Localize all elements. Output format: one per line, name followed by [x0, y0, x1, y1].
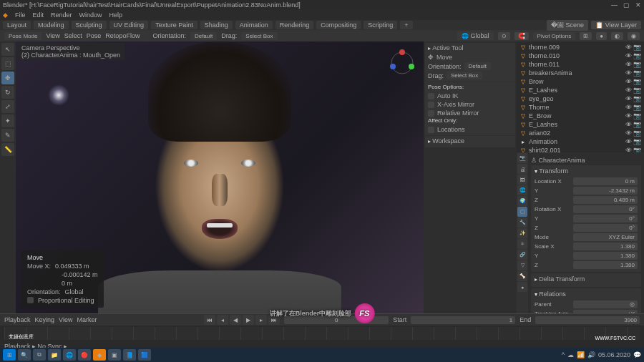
outliner-item[interactable]: ▽eye_geo👁📷 — [518, 94, 643, 103]
loc-z[interactable]: 0.489 m — [573, 196, 638, 204]
np-drag-dd[interactable]: Select Box — [447, 72, 482, 79]
prop-tab-viewlayer-icon[interactable]: 🖼 — [517, 175, 527, 185]
eye-icon[interactable]: 👁 — [625, 104, 632, 111]
eye-icon[interactable]: 👁 — [625, 112, 632, 119]
render-icon[interactable]: 📷 — [633, 52, 641, 59]
search-icon[interactable]: 🔍 — [18, 349, 31, 361]
prop-tab-physics-icon[interactable]: ⚛ — [517, 239, 527, 249]
maximize-icon[interactable]: ▢ — [623, 1, 630, 9]
mode-dropdown[interactable]: Pose Mode — [4, 32, 42, 40]
rotate-tool-icon[interactable]: ↻ — [1, 86, 14, 99]
outliner-item[interactable]: ▽Brow👁📷 — [518, 77, 643, 86]
tl-view-menu[interactable]: View — [59, 316, 72, 323]
tab-shading[interactable]: Shading — [200, 21, 233, 29]
pose-menu[interactable]: Pose — [87, 32, 102, 39]
render-icon[interactable]: 📷 — [633, 44, 641, 51]
key-prev-icon[interactable]: ◂ — [217, 315, 228, 325]
play-rev-icon[interactable]: ◀ — [230, 315, 241, 325]
snap-icon[interactable]: 🧲 — [514, 32, 529, 40]
menu-edit[interactable]: Edit — [33, 11, 44, 19]
edge-icon[interactable]: 🌐 — [63, 349, 76, 361]
play-icon[interactable]: ▶ — [243, 315, 254, 325]
menu-window[interactable]: Window — [79, 11, 102, 19]
playback-menu[interactable]: Playback — [4, 316, 31, 323]
taskview-icon[interactable]: ⧉ — [33, 349, 46, 361]
prop-tab-render-icon[interactable]: 📷 — [517, 153, 527, 163]
outliner[interactable]: ▽thorne.009👁📷▽thorne.010👁📷▽thorne.011👁📷▽… — [517, 41, 644, 152]
drag-dropdown[interactable]: Select Box — [241, 32, 277, 40]
prop-tab-output-icon[interactable]: 🖨 — [517, 164, 527, 174]
render-icon[interactable]: 📷 — [633, 129, 641, 137]
tab-scripting[interactable]: Scripting — [364, 21, 397, 29]
outliner-item[interactable]: ▽E_Lashes👁📷 — [518, 86, 643, 94]
eye-icon[interactable]: 👁 — [625, 95, 632, 102]
shading-matcap-icon[interactable]: ◐ — [611, 32, 623, 40]
outliner-item[interactable]: ▽breakersAnima👁📷 — [518, 69, 643, 77]
retopoflow-menu[interactable]: RetopoFlow — [105, 32, 140, 39]
outliner-item[interactable]: ▽thorne.009👁📷 — [518, 43, 643, 52]
eye-icon[interactable]: 👁 — [625, 87, 632, 94]
rot-z[interactable]: 0° — [573, 224, 638, 232]
prop-tab-bone-icon[interactable]: 🦴 — [517, 271, 527, 281]
transform-tool-icon[interactable]: ✦ — [1, 114, 14, 127]
transform-orient[interactable]: 🌐 Global — [457, 31, 493, 40]
tray-wifi-icon[interactable]: 📶 — [577, 351, 585, 358]
tab-add[interactable]: + — [400, 21, 412, 29]
eye-icon[interactable]: 👁 — [625, 69, 632, 77]
viewlayer-selector[interactable]: 📋 View Layer — [591, 21, 641, 29]
render-icon[interactable]: 📷 — [633, 95, 641, 102]
start-icon[interactable]: ⊞ — [3, 349, 16, 361]
explorer-icon[interactable]: 📁 — [48, 349, 61, 361]
app3-icon[interactable]: 🟦 — [138, 349, 151, 361]
outliner-item[interactable]: ▽Thorne👁📷 — [518, 103, 643, 112]
tray-cloud-icon[interactable]: ☁ — [567, 351, 574, 358]
workspace-title[interactable]: ▸ Workspace — [428, 137, 512, 145]
autoik-checkbox[interactable] — [428, 93, 434, 99]
outliner-item[interactable]: ▽E_Lashes👁📷 — [518, 120, 643, 129]
orientation-dropdown[interactable]: Default — [190, 32, 217, 40]
render-icon[interactable]: 📷 — [633, 121, 641, 128]
outliner-item[interactable]: ▽shirt02.001👁📷 — [518, 146, 643, 152]
render-icon[interactable]: 📷 — [633, 104, 641, 111]
outliner-item[interactable]: ▽arian02👁📷 — [518, 129, 643, 137]
tab-uv[interactable]: UV Editing — [109, 21, 149, 29]
pivot-icon[interactable]: ⊙ — [498, 32, 510, 40]
scale-z[interactable]: 1.380 — [573, 261, 638, 269]
close-icon[interactable]: ✕ — [635, 1, 641, 9]
scene-selector[interactable]: �園 Scene — [547, 20, 588, 31]
transform-title[interactable]: ▾ Transform — [535, 167, 638, 175]
orient-value[interactable]: Global — [65, 288, 84, 295]
xmirror-checkbox[interactable] — [428, 102, 434, 108]
view-menu[interactable]: View — [46, 32, 59, 39]
tab-animation[interactable]: Animation — [235, 21, 273, 29]
tray-notif-icon[interactable]: 💬 — [633, 351, 641, 358]
prop-edit-checkbox[interactable] — [27, 297, 34, 303]
timeline-track[interactable] — [4, 327, 640, 340]
outliner-item[interactable]: ▽thorne.010👁📷 — [518, 52, 643, 60]
eye-icon[interactable]: 👁 — [625, 52, 632, 59]
blender-taskbar-icon[interactable]: ◆ — [93, 349, 106, 361]
outliner-item[interactable]: ▽thorne.011👁📷 — [518, 60, 643, 69]
movez-value[interactable]: 0 m — [62, 280, 72, 287]
tray-date[interactable]: 05.06.2020 — [598, 351, 630, 358]
measure-tool-icon[interactable]: 📏 — [1, 143, 14, 156]
locations-checkbox[interactable] — [428, 127, 434, 133]
scale-x[interactable]: 1.380 — [573, 243, 638, 250]
tab-texture[interactable]: Texture Paint — [151, 21, 197, 29]
cursor-tool-icon[interactable]: ↖ — [1, 43, 14, 56]
loc-y[interactable]: -2.3432 m — [573, 187, 638, 195]
move-tool-icon[interactable]: ✥ — [1, 72, 14, 84]
prop-tab-scene-icon[interactable]: 🌐 — [517, 185, 527, 195]
operator-panel[interactable]: Move Move X:0.049333 m -0.000142 m 0 m O… — [21, 250, 104, 308]
tray-volume-icon[interactable]: 🔊 — [587, 351, 595, 358]
app-icon[interactable]: ▣ — [108, 349, 121, 361]
prop-tab-object-icon[interactable]: ▢ — [517, 207, 527, 217]
pivot-options[interactable]: Pivot Options — [533, 32, 576, 40]
keying-menu[interactable]: Keying — [35, 316, 55, 323]
render-icon[interactable]: 📷 — [633, 69, 641, 77]
select-box-tool-icon[interactable]: ⬚ — [1, 57, 14, 70]
eye-icon[interactable]: 👁 — [625, 61, 632, 68]
annotate-tool-icon[interactable]: ✎ — [1, 129, 14, 142]
relations-title[interactable]: ▾ Relations — [535, 290, 638, 298]
prop-tab-particle-icon[interactable]: ✨ — [517, 228, 527, 238]
